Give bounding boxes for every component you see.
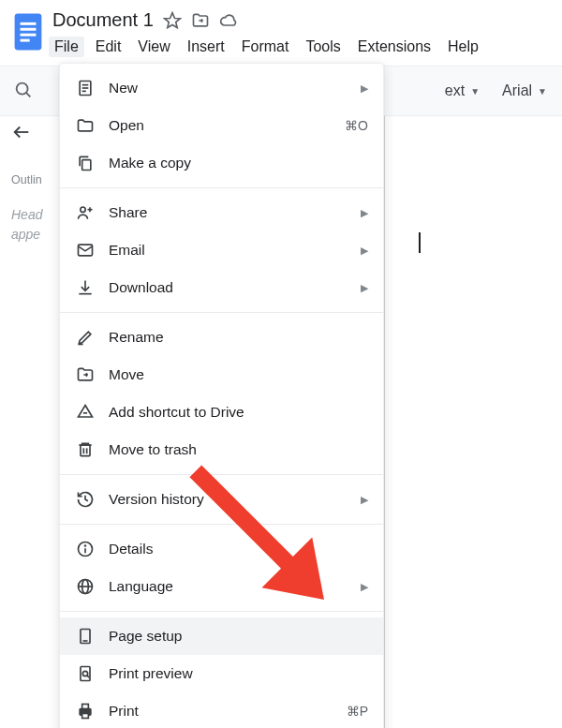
menu-item-label: Move to trash <box>109 441 368 458</box>
copy-icon <box>75 153 96 173</box>
menu-help[interactable]: Help <box>448 38 479 55</box>
submenu-arrow-icon: ▶ <box>361 282 368 294</box>
svg-point-14 <box>81 207 85 212</box>
menu-item-label: Open <box>109 117 345 134</box>
menu-separator <box>60 187 383 188</box>
file-menu-dropdown: New ▶ Open ⌘O Make a copy Share ▶ Email … <box>59 63 384 728</box>
font-label: Arial <box>502 82 532 99</box>
menu-item-label: Make a copy <box>109 155 368 171</box>
svg-rect-1 <box>21 22 37 25</box>
print-icon <box>75 701 96 721</box>
svg-line-7 <box>26 92 30 96</box>
file-language[interactable]: Language ▶ <box>60 568 383 605</box>
file-move-trash[interactable]: Move to trash <box>60 431 383 468</box>
file-share[interactable]: Share ▶ <box>60 194 383 231</box>
menu-separator <box>60 474 383 475</box>
file-email[interactable]: Email ▶ <box>60 231 383 269</box>
file-download[interactable]: Download ▶ <box>60 269 383 306</box>
menu-item-label: Move <box>109 366 368 383</box>
outline-placeholder: Head appe <box>11 205 58 245</box>
svg-rect-38 <box>82 705 89 709</box>
caret-down-icon: ▼ <box>470 86 480 97</box>
submenu-arrow-icon: ▶ <box>361 82 368 95</box>
cloud-status-icon[interactable] <box>219 11 238 30</box>
drive-shortcut-icon <box>75 402 96 423</box>
paragraph-style-label: ext <box>445 82 465 99</box>
font-dropdown[interactable]: Arial ▼ <box>495 79 555 103</box>
svg-rect-3 <box>21 34 37 37</box>
menu-format[interactable]: Format <box>242 38 289 55</box>
file-rename[interactable]: Rename <box>60 319 383 356</box>
svg-line-36 <box>87 676 89 677</box>
menu-item-label: Language <box>109 578 361 595</box>
docs-logo-icon[interactable] <box>9 7 47 56</box>
file-new[interactable]: New ▶ <box>60 69 383 107</box>
submenu-arrow-icon: ▶ <box>361 245 368 257</box>
submenu-arrow-icon: ▶ <box>361 494 368 506</box>
back-arrow-icon[interactable] <box>11 131 32 145</box>
svg-rect-2 <box>21 28 37 31</box>
caret-down-icon: ▼ <box>538 86 547 97</box>
menu-item-label: Rename <box>109 329 368 346</box>
text-cursor <box>419 232 421 253</box>
svg-point-6 <box>17 82 28 94</box>
menu-edit[interactable]: Edit <box>96 38 122 55</box>
share-person-icon <box>75 202 96 223</box>
menu-file[interactable]: File <box>49 37 84 57</box>
submenu-arrow-icon: ▶ <box>361 207 368 219</box>
menu-item-label: Print <box>109 703 347 720</box>
file-make-copy[interactable]: Make a copy <box>60 144 383 182</box>
paragraph-style-dropdown[interactable]: ext ▼ <box>437 79 487 103</box>
submenu-arrow-icon: ▶ <box>361 581 368 593</box>
menu-separator <box>60 524 383 525</box>
file-move[interactable]: Move <box>60 356 383 394</box>
info-icon <box>75 539 96 559</box>
svg-rect-0 <box>15 14 42 51</box>
history-icon <box>75 489 96 510</box>
svg-marker-21 <box>79 406 93 418</box>
menu-item-label: Page setup <box>109 628 368 645</box>
trash-icon <box>75 439 96 460</box>
file-version-history[interactable]: Version history ▶ <box>60 481 383 518</box>
menu-item-label: Email <box>109 242 361 259</box>
svg-point-28 <box>85 545 86 546</box>
download-icon <box>75 277 96 298</box>
page-setup-icon <box>75 626 96 646</box>
menu-tools[interactable]: Tools <box>305 38 340 55</box>
menu-insert[interactable]: Insert <box>187 38 225 55</box>
move-folder-icon[interactable] <box>191 11 210 30</box>
file-open[interactable]: Open ⌘O <box>60 107 383 144</box>
app-header: Document 1 File Edit View Insert Format … <box>0 0 562 65</box>
svg-rect-39 <box>82 714 89 719</box>
menu-extensions[interactable]: Extensions <box>358 38 431 55</box>
document-title[interactable]: Document 1 <box>52 9 154 31</box>
outline-label: Outlin <box>11 173 58 186</box>
menu-item-label: Add shortcut to Drive <box>109 404 368 421</box>
menu-item-label: Version history <box>109 491 361 508</box>
menu-item-label: Details <box>109 541 368 557</box>
menu-item-shortcut: ⌘O <box>345 118 368 133</box>
file-details[interactable]: Details <box>60 530 383 568</box>
search-icon[interactable] <box>13 80 34 103</box>
menu-item-label: New <box>109 80 361 97</box>
file-page-setup[interactable]: Page setup <box>60 617 383 655</box>
svg-rect-13 <box>82 160 91 171</box>
svg-rect-23 <box>81 445 90 456</box>
menu-item-label: Download <box>109 279 361 296</box>
file-print[interactable]: Print ⌘P <box>60 692 383 728</box>
file-print-preview[interactable]: Print preview <box>60 655 383 692</box>
outline-pane: Outlin Head appe <box>0 122 58 245</box>
menu-item-label: Print preview <box>109 665 368 682</box>
menu-separator <box>60 611 383 612</box>
file-add-shortcut[interactable]: Add shortcut to Drive <box>60 394 383 431</box>
document-page[interactable] <box>384 116 562 728</box>
folder-open-icon <box>75 115 96 136</box>
svg-marker-5 <box>165 12 181 27</box>
new-doc-icon <box>75 78 96 98</box>
menu-item-label: Share <box>109 204 361 221</box>
menu-item-shortcut: ⌘P <box>347 704 368 719</box>
email-icon <box>75 240 96 260</box>
star-icon[interactable] <box>163 11 182 30</box>
menu-view[interactable]: View <box>138 38 170 55</box>
rename-icon <box>75 327 96 348</box>
